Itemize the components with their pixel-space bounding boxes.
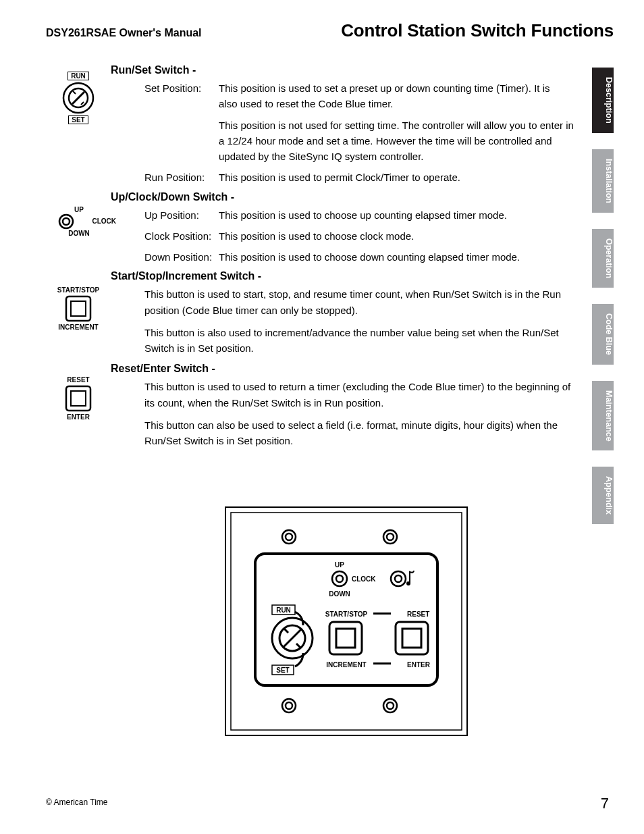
svg-point-17 bbox=[282, 699, 296, 712]
svg-text:INCREMENT: INCREMENT bbox=[326, 661, 366, 669]
svg-point-14 bbox=[286, 533, 292, 540]
svg-point-23 bbox=[332, 571, 347, 586]
term-down-position: Down Position: bbox=[144, 249, 219, 265]
tab-appendix[interactable]: Appendix bbox=[592, 467, 614, 524]
svg-rect-47 bbox=[373, 662, 391, 664]
svg-point-19 bbox=[383, 699, 397, 712]
startstop-illustration: START/STOP INCREMENT bbox=[46, 286, 111, 331]
startstop-para-2: This button is also used to increment/ad… bbox=[144, 325, 576, 357]
svg-point-20 bbox=[387, 702, 394, 709]
desc-down-position: This position is used to choose down cou… bbox=[219, 249, 586, 265]
svg-line-36 bbox=[296, 644, 300, 648]
updown-up-label: UP bbox=[42, 206, 116, 213]
table-row: Up Position: This position is used to ch… bbox=[144, 207, 586, 223]
runset-heading: Run/Set Switch - bbox=[111, 64, 586, 76]
runset-set-label: SET bbox=[68, 115, 88, 124]
svg-point-24 bbox=[336, 575, 343, 582]
startstop-top-label: START/STOP bbox=[46, 286, 111, 294]
page-title: Control Station Switch Functions bbox=[341, 20, 614, 41]
desc-set-position-2: This position is not used for setting ti… bbox=[219, 118, 576, 165]
svg-point-16 bbox=[387, 533, 394, 540]
page-number: 7 bbox=[601, 795, 609, 812]
reset-para-2: This button can also be used to select a… bbox=[144, 417, 576, 449]
desc-up-position: This position is used to choose up count… bbox=[219, 207, 586, 223]
term-clock-position: Clock Position: bbox=[144, 228, 219, 244]
section-tabs: Description Installation Operation Code … bbox=[592, 68, 614, 524]
table-row: Down Position: This position is used to … bbox=[144, 249, 586, 265]
reset-illustration: RESET ENTER bbox=[46, 376, 111, 421]
pushbutton-icon bbox=[63, 294, 93, 323]
section-runset: RUN SET Run/Set Switch - Set Position: T… bbox=[46, 64, 586, 186]
svg-rect-40 bbox=[373, 613, 391, 615]
svg-text:UP: UP bbox=[335, 561, 344, 569]
updown-heading: Up/Clock/Down Switch - bbox=[111, 191, 586, 203]
term-run-position: Run Position: bbox=[144, 170, 219, 185]
updown-clock-label: CLOCK bbox=[92, 217, 116, 225]
desc-run-position: This position is used to permit Clock/Ti… bbox=[219, 170, 586, 185]
svg-rect-45 bbox=[402, 629, 421, 648]
svg-rect-8 bbox=[71, 301, 86, 316]
pushbutton-icon bbox=[63, 384, 93, 413]
reset-bottom-label: ENTER bbox=[46, 413, 111, 421]
section-startstop: START/STOP INCREMENT Start/Stop/Incremen… bbox=[46, 270, 586, 356]
manual-title: DSY261RSAE Owner's Manual bbox=[46, 27, 202, 39]
startstop-heading: Start/Stop/Increment Switch - bbox=[111, 270, 586, 282]
svg-point-18 bbox=[286, 702, 292, 709]
svg-text:ENTER: ENTER bbox=[407, 661, 431, 669]
startstop-bottom-label: INCREMENT bbox=[46, 323, 111, 331]
section-reset: RESET ENTER Reset/Enter Switch - This bu… bbox=[46, 363, 586, 448]
svg-text:CLOCK: CLOCK bbox=[352, 575, 376, 583]
startstop-para-1: This button is used to start, stop, and … bbox=[144, 286, 576, 318]
svg-text:START/STOP: START/STOP bbox=[325, 610, 368, 618]
svg-point-5 bbox=[59, 215, 73, 228]
tab-operation[interactable]: Operation bbox=[592, 229, 614, 288]
svg-rect-9 bbox=[66, 386, 90, 411]
svg-point-29 bbox=[406, 581, 410, 585]
table-row: This position is not used for setting ti… bbox=[144, 118, 586, 165]
svg-rect-10 bbox=[71, 391, 86, 406]
svg-point-13 bbox=[282, 530, 296, 544]
svg-rect-44 bbox=[396, 622, 428, 654]
svg-text:DOWN: DOWN bbox=[329, 590, 350, 598]
table-row: Run Position: This position is used to p… bbox=[144, 170, 586, 185]
reset-top-label: RESET bbox=[46, 376, 111, 384]
table-row: Set Position: This position is used to s… bbox=[144, 80, 586, 112]
footer-copyright: © American Time bbox=[46, 798, 108, 807]
desc-set-position: This position is used to set a preset up… bbox=[219, 80, 563, 112]
tab-maintenance[interactable]: Maintenance bbox=[592, 381, 614, 451]
runset-illustration: RUN SET bbox=[46, 71, 111, 125]
rotary-knob-icon bbox=[61, 81, 95, 115]
term-up-position: Up Position: bbox=[144, 207, 219, 223]
svg-line-3 bbox=[73, 91, 76, 94]
svg-text:RUN: RUN bbox=[276, 606, 291, 614]
updown-down-label: DOWN bbox=[42, 230, 116, 237]
svg-point-15 bbox=[383, 530, 397, 544]
desc-clock-position: This position is used to choose clock mo… bbox=[219, 228, 586, 244]
reset-heading: Reset/Enter Switch - bbox=[111, 363, 586, 375]
reset-para-1: This button is used to used to return a … bbox=[144, 379, 576, 411]
svg-line-4 bbox=[81, 102, 84, 105]
svg-line-35 bbox=[284, 629, 288, 633]
tab-code-blue[interactable]: Code Blue bbox=[592, 304, 614, 365]
tab-description[interactable]: Description bbox=[592, 68, 614, 133]
rotary-small-icon bbox=[58, 213, 74, 230]
svg-rect-7 bbox=[66, 296, 90, 321]
runset-run-label: RUN bbox=[68, 72, 89, 80]
svg-point-27 bbox=[391, 571, 406, 586]
tab-installation[interactable]: Installation bbox=[592, 149, 614, 213]
table-row: Clock Position: This position is used to… bbox=[144, 228, 586, 244]
svg-rect-43 bbox=[336, 629, 355, 648]
svg-rect-42 bbox=[329, 622, 362, 654]
section-updown: UP CLOCK DOWN Up/Clock/Down Switch - Up … bbox=[46, 191, 586, 265]
updown-illustration: UP CLOCK DOWN bbox=[42, 206, 116, 237]
svg-point-28 bbox=[395, 575, 402, 582]
svg-text:RESET: RESET bbox=[407, 610, 429, 618]
svg-text:SET: SET bbox=[276, 667, 289, 674]
term-set-position: Set Position: bbox=[144, 80, 219, 112]
svg-point-6 bbox=[63, 218, 70, 225]
control-panel-diagram: UP CLOCK DOWN RUN bbox=[221, 503, 471, 739]
